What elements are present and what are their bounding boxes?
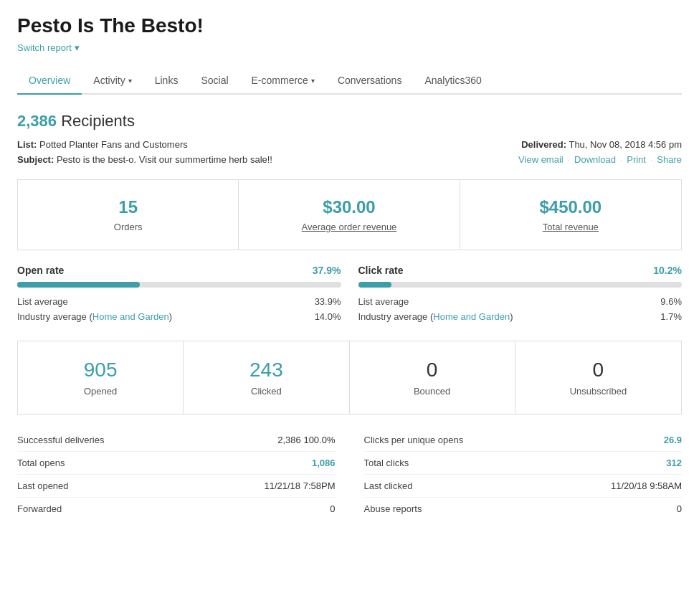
click-rate-progress-bg bbox=[358, 282, 683, 288]
bottom-stats: Successful deliveries 2,386 100.0% Total… bbox=[17, 429, 682, 520]
total-revenue-stat: $450.00 Total revenue bbox=[460, 180, 681, 250]
counts-grid: 905 Opened 243 Clicked 0 Bounced 0 Unsub… bbox=[17, 341, 682, 414]
ecommerce-stats-grid: 15 Orders $30.00 Average order revenue $… bbox=[17, 179, 682, 250]
tab-ecommerce[interactable]: E-commerce ▾ bbox=[240, 67, 326, 95]
click-rate-list-avg: List average 9.6% bbox=[358, 296, 683, 307]
rates-section: Open rate 37.9% List average 33.9% Indus… bbox=[17, 265, 682, 326]
open-rate-industry-link[interactable]: Home and Garden bbox=[92, 311, 169, 322]
open-rate-title: Open rate bbox=[17, 265, 64, 276]
click-rate-block: Click rate 10.2% List average 9.6% Indus… bbox=[358, 265, 683, 326]
tab-analytics360[interactable]: Analytics360 bbox=[413, 67, 493, 95]
tab-activity[interactable]: Activity ▾ bbox=[82, 67, 143, 95]
clicked-count: 243 Clicked bbox=[184, 341, 349, 414]
chevron-down-icon: ▾ bbox=[75, 42, 80, 53]
bottom-left-col: Successful deliveries 2,386 100.0% Total… bbox=[17, 429, 336, 520]
open-rate-block: Open rate 37.9% List average 33.9% Indus… bbox=[17, 265, 341, 326]
open-rate-progress-bg bbox=[17, 282, 341, 288]
tab-links[interactable]: Links bbox=[143, 67, 190, 95]
click-rate-title: Click rate bbox=[358, 265, 404, 276]
action-links: View email · Download · Print · Share bbox=[518, 154, 682, 165]
subject-info: Subject: Pesto is the best-o. Visit our … bbox=[17, 154, 518, 165]
tab-social[interactable]: Social bbox=[189, 67, 239, 95]
print-link[interactable]: Print bbox=[627, 154, 646, 165]
click-rate-industry-avg: Industry average (Home and Garden) 1.7% bbox=[358, 311, 683, 322]
total-clicks-row: Total clicks 312 bbox=[364, 452, 683, 475]
chevron-down-icon: ▾ bbox=[311, 77, 315, 85]
last-opened-row: Last opened 11/21/18 7:58PM bbox=[17, 475, 336, 498]
open-rate-list-avg: List average 33.9% bbox=[17, 296, 341, 307]
open-rate-industry-avg: Industry average (Home and Garden) 14.0% bbox=[17, 311, 341, 322]
opened-count: 905 Opened bbox=[18, 341, 184, 414]
click-rate-progress-fill bbox=[358, 282, 391, 288]
open-rate-progress-fill bbox=[17, 282, 140, 288]
bottom-right-col: Clicks per unique opens 26.9 Total click… bbox=[364, 429, 683, 520]
avg-order-revenue-stat: $30.00 Average order revenue bbox=[239, 180, 460, 250]
click-rate-value: 10.2% bbox=[653, 265, 682, 276]
forwarded-row: Forwarded 0 bbox=[17, 498, 336, 520]
successful-deliveries-row: Successful deliveries 2,386 100.0% bbox=[17, 429, 336, 452]
share-link[interactable]: Share bbox=[657, 154, 682, 165]
open-rate-value: 37.9% bbox=[313, 265, 341, 276]
download-link[interactable]: Download bbox=[574, 154, 616, 165]
list-info: List: Potted Planter Fans and Customers bbox=[17, 139, 518, 150]
nav-tabs: Overview Activity ▾ Links Social E-comme… bbox=[17, 67, 682, 95]
page-title: Pesto Is The Besto! bbox=[17, 14, 682, 37]
clicks-per-unique-opens-row: Clicks per unique opens 26.9 bbox=[364, 429, 683, 452]
bounced-count: 0 Bounced bbox=[350, 341, 515, 414]
total-opens-row: Total opens 1,086 bbox=[17, 452, 336, 475]
chevron-down-icon: ▾ bbox=[128, 77, 132, 85]
meta-info: List: Potted Planter Fans and Customers … bbox=[17, 139, 682, 165]
delivered-info: Delivered: Thu, Nov 08, 2018 4:56 pm bbox=[518, 139, 682, 150]
recipients-header: 2,386 Recipients bbox=[17, 112, 682, 131]
view-email-link[interactable]: View email bbox=[518, 154, 564, 165]
last-clicked-row: Last clicked 11/20/18 9:58AM bbox=[364, 475, 683, 498]
tab-overview[interactable]: Overview bbox=[17, 67, 82, 95]
unsubscribed-count: 0 Unsubscribed bbox=[515, 341, 681, 414]
switch-report-button[interactable]: Switch report ▾ bbox=[17, 42, 80, 53]
abuse-reports-row: Abuse reports 0 bbox=[364, 498, 683, 520]
tab-conversations[interactable]: Conversations bbox=[326, 67, 414, 95]
orders-stat: 15 Orders bbox=[18, 180, 239, 250]
click-rate-industry-link[interactable]: Home and Garden bbox=[433, 311, 510, 322]
